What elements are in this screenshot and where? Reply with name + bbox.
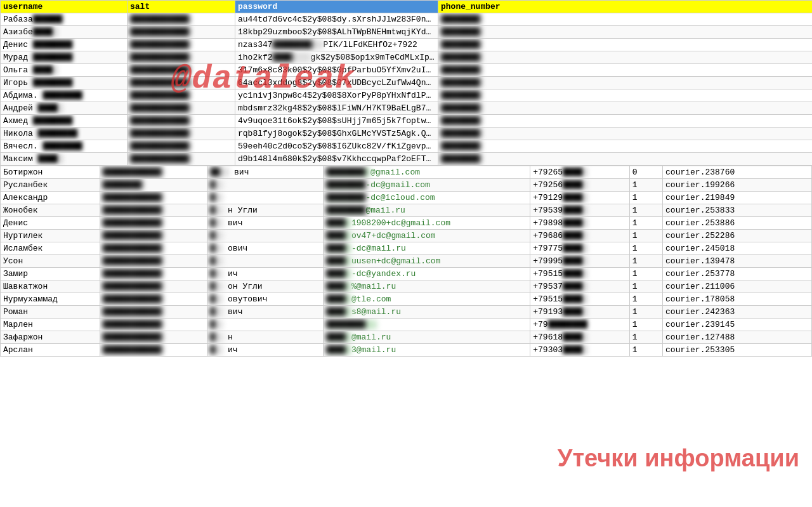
cell-col2: ████████████ <box>100 230 207 242</box>
cell-username: Зафаржон <box>1 331 100 344</box>
table-row: Замир ████████████ █ ич ████-dc@yandex.r… <box>1 268 812 280</box>
cell-username: Жонобек <box>1 204 100 217</box>
cell-num: 1 <box>629 217 662 230</box>
cell-num: 0 <box>629 166 662 179</box>
cell-col2: ████████████ <box>100 331 207 344</box>
cell-password: mbdsmrz32kg48$2y$08$lFiWN/H7KT9BaELgB740… <box>235 102 438 115</box>
cell-phone: ████████ <box>438 89 813 102</box>
cell-col3: █ ович <box>207 242 324 255</box>
cell-salt: ████████████ <box>128 26 235 39</box>
cell-phone: +79████████ <box>530 319 630 331</box>
cell-courier: courier.253305 <box>663 344 812 357</box>
cell-col3: █ <box>207 319 324 331</box>
cell-email: ████████ <box>323 319 530 331</box>
cell-password: d9b148l4m680k$2y$08$v7KkhccqwpPaf2oEFTwX… <box>235 153 438 166</box>
table-row: Азизбе████ ████████████ 18kbp29uzmboo$2y… <box>1 26 813 39</box>
col-header-username: username <box>1 1 128 13</box>
cell-phone: ████████ <box>438 64 813 77</box>
cell-password: yc1nivj3npw8c4$2y$08$8XorPyP8pYHxNfdlPK2… <box>235 89 438 102</box>
cell-num: 1 <box>629 179 662 192</box>
cell-username: Абдима. ████████ <box>1 89 128 102</box>
cell-salt: ████████████ <box>128 153 235 166</box>
cell-password: au44td7d6vc4c$2y$08$dy.sXrshJJlw283F0nh2… <box>235 13 438 26</box>
cell-username: Арслан <box>1 344 100 357</box>
cell-password: 317m6x8c83k00$2y$08$0pfParbuO5YfXmv2uIL/… <box>235 64 438 77</box>
cell-col2: ████████████ <box>100 204 207 217</box>
cell-col2: ████████████ <box>100 268 207 280</box>
cell-email: ████████-dc@icloud.com <box>323 192 530 204</box>
cell-phone: +79539████ <box>530 204 630 217</box>
cell-password: 18kbp29uzmboo$2y$08$ALhTWpBNEHmtwqjKYdlP… <box>235 26 438 39</box>
col-header-phone: phone_number <box>438 1 813 13</box>
cell-password: 59eeh40c2d0co$2y$08$I6ZUkc82V/fKiZgevpRO… <box>235 140 438 153</box>
cell-username: Денис <box>1 217 100 230</box>
table-row: Зафаржон ████████████ █ н ████@mail.ru +… <box>1 331 812 344</box>
cell-col3: █ он Угли <box>207 280 324 293</box>
cell-phone: +79995████ <box>530 255 630 268</box>
table-row: Роман ████████████ █ вич ████s8@mail.ru … <box>1 306 812 319</box>
cell-email: ████████@mail.ru <box>323 204 530 217</box>
cell-col3: █ н Угли <box>207 204 324 217</box>
cell-username: Максим ████ <box>1 153 128 166</box>
cell-courier: courier.139478 <box>663 255 812 268</box>
cell-username: Александр <box>1 192 100 204</box>
cell-courier: courier.252286 <box>663 230 812 242</box>
cell-salt: ████████████ <box>128 115 235 128</box>
table-row: Усон ████████████ █ ████uusen+dc@gmail.c… <box>1 255 812 268</box>
cell-phone: +79515████ <box>530 293 630 306</box>
cell-num: 1 <box>629 344 662 357</box>
cell-salt: ████████████ <box>128 77 235 89</box>
cell-courier: courier.127488 <box>663 331 812 344</box>
cell-email: ████1908200+dc@gmail.com <box>323 217 530 230</box>
cell-courier: courier.253886 <box>663 217 812 230</box>
cell-password: rqb8lfyj8ogok$2y$08$GhxGLMcYVSTz5Agk.QcX… <box>235 128 438 140</box>
cell-phone: ████████ <box>438 140 813 153</box>
table-row: Марлен ████████████ █ ████████ +79██████… <box>1 319 812 331</box>
cell-courier: courier.219849 <box>663 192 812 204</box>
cell-num: 1 <box>629 331 662 344</box>
cell-num: 1 <box>629 280 662 293</box>
cell-phone: ████████ <box>438 26 813 39</box>
cell-col2: ████████████ <box>100 255 207 268</box>
cell-phone: +79303████ <box>530 344 630 357</box>
cell-col2: ████████████ <box>100 217 207 230</box>
cell-courier: courier.199266 <box>663 179 812 192</box>
cell-password: iho2kf2████gk$2y$08$op1x9mTeCdMLxIprc36N… <box>235 51 438 64</box>
table-row: Александр ████████████ █ ████████-dc@icl… <box>1 192 812 204</box>
cell-col2: ████████████ <box>100 344 207 357</box>
cell-username: Андрей ████ <box>1 102 128 115</box>
cell-col3: █ <box>207 255 324 268</box>
table-row: Ольга ████ ████████████ 317m6x8c83k00$2y… <box>1 64 813 77</box>
cell-col3: █ вич <box>207 306 324 319</box>
cell-username: Замир <box>1 268 100 280</box>
cell-salt: ████████████ <box>128 140 235 153</box>
cell-col3: █ вич <box>207 217 324 230</box>
cell-username: Рабаза██████ <box>1 13 128 26</box>
cell-col2: ████████████ <box>100 319 207 331</box>
cell-password: 4v9uqoe31t6ok$2y$08$sUHjj7m65j5k7foptwKk… <box>235 115 438 128</box>
cell-email: ████@mail.ru <box>323 331 530 344</box>
cell-col3: ██ вич <box>207 166 324 179</box>
table-row: Ботиржон ████████████ ██ вич ████████@gm… <box>1 166 812 179</box>
cell-salt: ████████████ <box>128 13 235 26</box>
cell-col3: █ ич <box>207 344 324 357</box>
cell-col2: ████████ <box>100 179 207 192</box>
cell-username: Усон <box>1 255 100 268</box>
top-table: username salt password phone_number Раба… <box>0 0 812 166</box>
cell-phone: ████████ <box>438 13 813 26</box>
cell-phone: ████████ <box>438 39 813 51</box>
cell-num: 1 <box>629 306 662 319</box>
cell-salt: ████████████ <box>128 39 235 51</box>
cell-col2: ████████████ <box>100 293 207 306</box>
table-row: Нуртилек ████████████ █ ████ov47+dc@gmai… <box>1 230 812 242</box>
cell-num: 1 <box>629 319 662 331</box>
cell-username: Никола ████████ <box>1 128 128 140</box>
cell-phone: ████████ <box>438 77 813 89</box>
table-row: Мурад ████████ ████████████ iho2kf2████g… <box>1 51 813 64</box>
cell-num: 1 <box>629 204 662 217</box>
cell-phone: +79256████ <box>530 179 630 192</box>
table-row: Вячесл. ████████ ████████████ 59eeh40c2d… <box>1 140 813 153</box>
cell-col3: █ <box>207 192 324 204</box>
cell-password: nzas347████████PIK/lLFdKEHfOz+7922 <box>235 39 438 51</box>
watermark-utechki: Утечки информации <box>558 445 799 472</box>
